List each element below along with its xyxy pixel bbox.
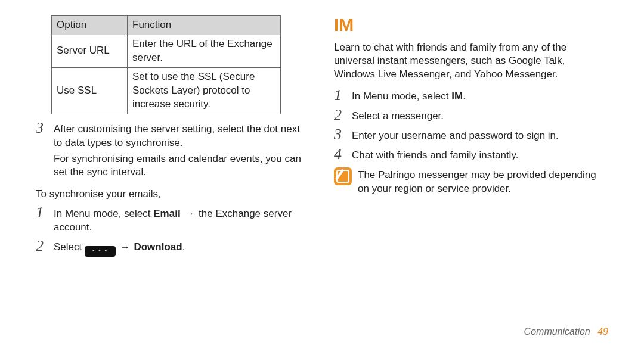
- step-text: Select a messenger.: [352, 107, 608, 123]
- right-column: IM Learn to chat with friends and family…: [334, 13, 608, 325]
- step-3-continuation: For synchronising emails and calendar ev…: [54, 152, 310, 180]
- table-header-row: Option Function: [52, 16, 281, 35]
- step-number: 2: [334, 107, 352, 123]
- text-part: In Menu mode, select: [54, 208, 153, 219]
- note-text: The Palringo messenger may be provided d…: [352, 167, 608, 196]
- im-step-3: 3 Enter your username and password to si…: [334, 127, 608, 143]
- note-icon: [334, 167, 352, 185]
- arrow-icon: →: [116, 241, 134, 253]
- left-column: Option Function Server URL Enter the URL…: [36, 13, 310, 325]
- sync-step-2: 2 Select • • • → Download.: [36, 238, 310, 257]
- step-number: 1: [334, 88, 352, 103]
- header-option: Option: [52, 16, 128, 35]
- step-number: 2: [36, 238, 54, 254]
- step-number: 1: [36, 205, 54, 220]
- step-text: Select • • • → Download.: [54, 238, 310, 257]
- cell-function: Set to use the SSL (Secure Sockets Layer…: [128, 67, 281, 114]
- header-function: Function: [128, 16, 281, 35]
- text-part: Select: [54, 241, 85, 253]
- text-part: .: [463, 91, 466, 102]
- cell-function: Enter the URL of the Exchange server.: [128, 35, 281, 67]
- menu-button-icon: • • •: [85, 246, 116, 257]
- text-part: In Menu mode, select: [352, 91, 451, 102]
- step-text: In Menu mode, select IM.: [352, 88, 608, 104]
- options-table: Option Function Server URL Enter the URL…: [51, 15, 281, 114]
- footer-page-number: 49: [597, 326, 608, 336]
- step-text: Chat with friends and family instantly.: [352, 147, 608, 163]
- sync-step-1: 1 In Menu mode, select Email → the Excha…: [36, 205, 310, 235]
- sync-intro: To synchronise your emails,: [36, 188, 310, 201]
- note-row: The Palringo messenger may be provided d…: [334, 167, 608, 196]
- bold-download: Download: [134, 241, 182, 253]
- table-row: Use SSL Set to use the SSL (Secure Socke…: [52, 67, 281, 114]
- page-footer: Communication 49: [524, 325, 608, 338]
- step-text: In Menu mode, select Email → the Exchang…: [54, 205, 310, 235]
- cell-option: Server URL: [52, 35, 128, 67]
- im-intro: Learn to chat with friends and family fr…: [334, 41, 608, 82]
- bold-im: IM: [451, 91, 463, 102]
- step-number: 3: [36, 120, 54, 136]
- step-number: 4: [334, 147, 352, 162]
- manual-page: Option Function Server URL Enter the URL…: [0, 0, 644, 349]
- bold-email: Email: [153, 208, 180, 219]
- im-step-1: 1 In Menu mode, select IM.: [334, 88, 608, 104]
- footer-section: Communication: [524, 326, 590, 336]
- section-heading-im: IM: [334, 13, 608, 38]
- step-text: After customising the server setting, se…: [54, 120, 310, 150]
- im-step-4: 4 Chat with friends and family instantly…: [334, 147, 608, 163]
- step-text: Enter your username and password to sign…: [352, 127, 608, 143]
- arrow-icon: →: [181, 208, 199, 219]
- cell-option: Use SSL: [52, 67, 128, 114]
- table-row: Server URL Enter the URL of the Exchange…: [52, 35, 281, 67]
- step-number: 3: [334, 127, 352, 142]
- im-step-2: 2 Select a messenger.: [334, 107, 608, 123]
- step-3: 3 After customising the server setting, …: [36, 120, 310, 150]
- text-part: .: [182, 241, 185, 253]
